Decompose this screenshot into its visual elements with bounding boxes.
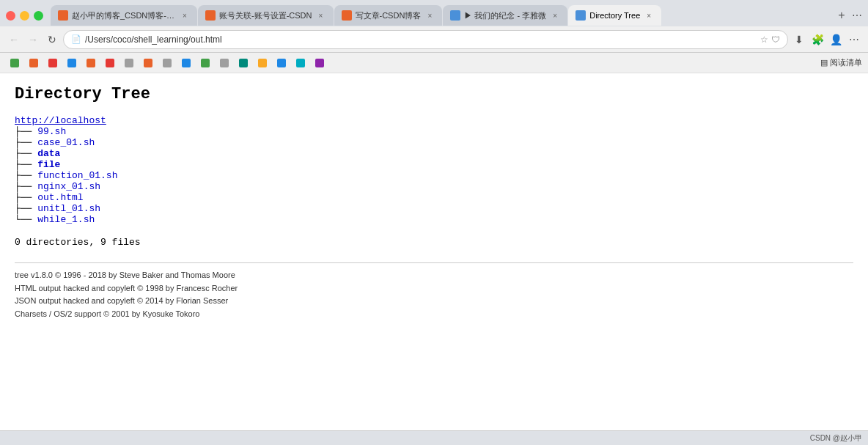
bookmark-item[interactable] [44,57,62,69]
tree-dir-link[interactable]: file [37,159,60,170]
tree-prefix: └── [15,214,37,225]
tab-tab3[interactable]: 写文章-CSDN博客× [334,5,443,26]
tree-item: ├── case_01.sh [15,137,853,148]
tab-favicon [205,10,216,21]
tab-tab2[interactable]: 账号关联-账号设置-CSDN× [198,5,334,26]
minimize-window-button[interactable] [20,11,29,21]
bookmark-favicon [67,59,76,67]
bookmark-item[interactable] [25,57,43,69]
bookmark-favicon [296,59,305,67]
bookmark-item[interactable] [292,57,309,69]
tree-file-link[interactable]: unitl_01.sh [37,203,100,214]
reader-mode-button[interactable]: ▤ 阅读清单 [820,57,862,68]
shield-icon[interactable]: 🛡 [771,34,780,45]
extensions-icon[interactable]: 🧩 [809,32,825,48]
browser-window: 赵小甲的博客_CSDN博客-学习...×账号关联-账号设置-CSDN×写文章-C… [0,0,868,445]
tree-file-link[interactable]: nginx_01.sh [37,181,100,192]
tree-prefix: ├── [15,181,37,192]
tree-list: ├── 99.sh├── case_01.sh├── data├── file├… [15,126,853,225]
tree-file-link[interactable]: out.html [37,192,83,203]
tabs-bar: 赵小甲的博客_CSDN博客-学习...×账号关联-账号设置-CSDN×写文章-C… [51,5,831,26]
tree-item: └── while_1.sh [15,214,853,225]
address-text: /Users/coco/shell_learning/out.html [85,34,757,45]
tree-item: ├── function_01.sh [15,170,853,181]
bookmark-item[interactable] [235,57,252,69]
bookmark-favicon [258,59,267,67]
tab-label: Directory Tree [589,11,640,20]
close-window-button[interactable] [6,11,15,21]
profile-icon[interactable]: 👤 [828,32,844,48]
tab-tab5[interactable]: Directory Tree× [568,5,661,26]
bookmark-favicon [201,59,210,67]
footer-line: tree v1.8.0 © 1996 - 2018 by Steve Baker… [15,269,853,282]
more-icon[interactable]: ⋯ [846,32,862,48]
footer-line: Charsets / OS/2 support © 2001 by Kyosuk… [15,308,853,321]
tree-summary: 0 directories, 9 files [15,237,853,248]
tab-close-button[interactable]: × [424,10,435,21]
bookmark-item[interactable] [63,57,81,69]
nav-right-icons: ⬇ 🧩 👤 ⋯ [791,32,862,48]
bookmark-item[interactable] [216,57,233,69]
tab-close-button[interactable]: × [316,10,326,21]
bookmark-item[interactable] [101,57,119,69]
back-button[interactable]: ← [6,32,22,48]
reader-label: 阅读清单 [830,57,862,68]
address-icons: ☆ 🛡 [760,34,780,45]
tree-prefix: ├── [15,170,37,181]
tree-prefix: ├── [15,126,37,137]
bookmark-item[interactable] [254,57,271,69]
tree-file-link[interactable]: function_01.sh [37,170,117,181]
bookmark-favicon [87,59,95,67]
title-bar: 赵小甲的博客_CSDN博客-学习...×账号关联-账号设置-CSDN×写文章-C… [0,0,868,26]
tab-close-button[interactable]: × [550,10,560,21]
tree-file-link[interactable]: while_1.sh [37,214,95,225]
tree-prefix: ├── [15,148,37,159]
tree-item: ├── data [15,148,853,159]
lock-icon: 📄 [71,34,81,44]
tree-item: ├── 99.sh [15,126,853,137]
bookmark-item[interactable] [120,57,138,69]
tab-close-button[interactable]: × [180,10,190,21]
reader-icon: ▤ [820,58,828,67]
root-url-link[interactable]: http://localhost [15,115,106,126]
tab-tab1[interactable]: 赵小甲的博客_CSDN博客-学习...× [51,5,197,26]
address-bar[interactable]: 📄 /Users/coco/shell_learning/out.html ☆ … [63,30,788,49]
bookmark-item[interactable] [6,57,23,69]
maximize-window-button[interactable] [34,11,43,21]
page-title: Directory Tree [15,85,853,103]
tab-favicon [58,10,68,21]
footer-line: JSON output hacked and copyleft © 2014 b… [15,295,853,308]
bookmark-favicon [220,59,229,67]
bookmark-item[interactable] [177,57,195,69]
footer-text: tree v1.8.0 © 1996 - 2018 by Steve Baker… [15,269,853,320]
tree-prefix: ├── [15,137,37,148]
bookmark-item[interactable] [273,57,290,69]
bookmark-item[interactable] [196,57,214,69]
bookmark-icon[interactable]: ☆ [760,34,768,45]
bookmark-favicon [10,59,19,67]
bookmark-item[interactable] [158,57,176,69]
settings-icon[interactable]: ⋯ [852,10,862,21]
bookmark-favicon [125,59,133,67]
tab-label: ▶ 我们的纪念 - 李雅微 [464,10,546,21]
new-tab-button[interactable]: + [831,5,852,26]
forward-button[interactable]: → [25,32,41,48]
bookmark-favicon [163,59,172,67]
bookmark-item[interactable] [139,57,157,69]
tree-prefix: ├── [15,192,37,203]
nav-bar: ← → ↻ 📄 /Users/coco/shell_learning/out.h… [0,26,868,53]
bookmark-favicon [315,59,324,67]
tree-dir-link[interactable]: data [37,148,60,159]
bookmark-favicon [106,59,114,67]
tab-close-button[interactable]: × [644,10,654,21]
tree-file-link[interactable]: 99.sh [37,126,66,137]
downloads-icon[interactable]: ⬇ [791,32,807,48]
refresh-button[interactable]: ↻ [44,32,60,48]
bookmark-favicon [48,59,57,67]
tab-tab4[interactable]: ▶ 我们的纪念 - 李雅微× [443,5,567,26]
tree-file-link[interactable]: case_01.sh [37,137,95,148]
tree-prefix: ├── [15,159,37,170]
bookmark-item[interactable] [82,57,100,69]
bookmark-favicon [239,59,248,67]
bookmark-item[interactable] [311,57,328,69]
